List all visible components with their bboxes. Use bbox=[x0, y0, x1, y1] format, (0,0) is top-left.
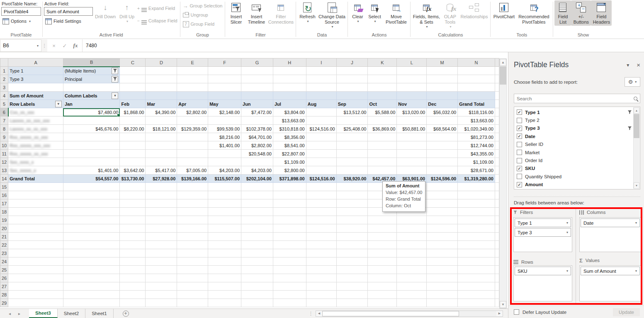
cell-J27[interactable] bbox=[336, 282, 368, 291]
cell-K23[interactable] bbox=[368, 249, 397, 257]
cell-L7[interactable] bbox=[397, 117, 427, 125]
cell-D26[interactable] bbox=[146, 274, 177, 282]
cell-partial-3[interactable] bbox=[495, 83, 499, 92]
cell-J28[interactable] bbox=[336, 291, 368, 299]
field-item-date[interactable]: ✓Date bbox=[517, 132, 632, 140]
cell-G14[interactable]: $202,104.00 bbox=[241, 175, 273, 183]
cell-partial-1[interactable] bbox=[495, 67, 499, 75]
cell-G5[interactable]: Jun bbox=[241, 100, 273, 108]
cell-H27[interactable] bbox=[273, 282, 306, 291]
cell-B11[interactable] bbox=[63, 150, 120, 158]
cell-N6[interactable]: $118,116.00 bbox=[458, 108, 495, 117]
cell-B23[interactable] bbox=[63, 249, 120, 257]
cell-M11[interactable] bbox=[427, 150, 458, 158]
cell-M14[interactable]: $124,596.00 bbox=[427, 175, 458, 183]
sheet-tab-sheet3[interactable]: Sheet3 bbox=[29, 309, 58, 318]
cell-N9[interactable]: $81,273.00 bbox=[458, 133, 495, 141]
cell-B24[interactable] bbox=[63, 257, 120, 266]
cell-A8[interactable]: Laxxxx_xx_xx_xxx bbox=[8, 125, 63, 133]
cell-E27[interactable] bbox=[177, 282, 208, 291]
pane-options-chevron-icon[interactable]: ▾ bbox=[627, 62, 629, 68]
field-item-amount[interactable]: ✓Amount bbox=[517, 181, 632, 189]
cell-F4[interactable] bbox=[208, 92, 241, 100]
cell-C10[interactable] bbox=[120, 141, 146, 150]
cell-H7[interactable]: $13,663.00 bbox=[273, 117, 306, 125]
cell-G16[interactable] bbox=[241, 191, 273, 199]
cell-D13[interactable]: $5,417.00 bbox=[146, 166, 177, 175]
cell-J20[interactable] bbox=[336, 224, 368, 233]
cell-F15[interactable] bbox=[208, 183, 241, 191]
cell-A23[interactable] bbox=[8, 249, 63, 257]
cell-A7[interactable]: Laxxxx_xx_xxx_xxx bbox=[8, 117, 63, 125]
cell-M26[interactable] bbox=[427, 274, 458, 282]
cell-E2[interactable] bbox=[177, 75, 208, 83]
cell-C1[interactable] bbox=[120, 67, 146, 75]
sheet-nav-left-icon[interactable]: ◂ bbox=[9, 311, 11, 316]
cell-I3[interactable] bbox=[306, 83, 336, 92]
cell-E25[interactable] bbox=[177, 266, 208, 274]
cell-J4[interactable] bbox=[336, 92, 368, 100]
applied-filter-icon[interactable] bbox=[112, 68, 118, 74]
cell-partial-5[interactable] bbox=[495, 100, 499, 108]
cell-G12[interactable] bbox=[241, 158, 273, 166]
field-checkbox-seller-id[interactable] bbox=[517, 142, 522, 147]
cell-M15[interactable] bbox=[427, 183, 458, 191]
cell-D7[interactable] bbox=[146, 117, 177, 125]
cell-H19[interactable] bbox=[273, 216, 306, 224]
cell-D11[interactable] bbox=[146, 150, 177, 158]
cell-A25[interactable] bbox=[8, 266, 63, 274]
column-header-A[interactable]: A bbox=[8, 58, 63, 67]
scroll-right-arrow[interactable]: ▶ bbox=[496, 311, 503, 316]
cell-I9[interactable] bbox=[306, 133, 336, 141]
cell-G26[interactable] bbox=[241, 274, 273, 282]
cell-C29[interactable] bbox=[120, 299, 146, 307]
cell-J5[interactable]: Sep bbox=[336, 100, 368, 108]
cell-E21[interactable] bbox=[177, 233, 208, 241]
formula-input[interactable]: 7480 bbox=[83, 39, 644, 52]
columns-area-box[interactable]: Date▾ bbox=[579, 217, 641, 252]
cell-N19[interactable] bbox=[458, 216, 495, 224]
cell-A5[interactable]: Row Labels▾ bbox=[8, 100, 63, 108]
cell-L26[interactable] bbox=[397, 274, 427, 282]
cell-E19[interactable] bbox=[177, 216, 208, 224]
cell-partial-10[interactable] bbox=[495, 141, 499, 150]
cell-J6[interactable]: $13,512.00 bbox=[336, 108, 368, 117]
grid-horizontal-scrollbar[interactable]: ◀ ▶ bbox=[316, 311, 503, 317]
cell-F25[interactable] bbox=[208, 266, 241, 274]
column-header-partial[interactable] bbox=[495, 58, 499, 67]
cell-G11[interactable]: $20,548.00 bbox=[241, 150, 273, 158]
cell-G19[interactable] bbox=[241, 216, 273, 224]
cell-B7[interactable] bbox=[63, 117, 120, 125]
cell-M18[interactable] bbox=[427, 208, 458, 216]
cell-J16[interactable] bbox=[336, 191, 368, 199]
cell-N15[interactable] bbox=[458, 183, 495, 191]
cell-H18[interactable] bbox=[273, 208, 306, 216]
cell-B15[interactable] bbox=[63, 183, 120, 191]
cell-partial-25[interactable] bbox=[495, 266, 499, 274]
column-header-L[interactable]: L bbox=[397, 58, 427, 67]
cell-A1[interactable]: Type 1 bbox=[8, 67, 63, 75]
cell-B5[interactable]: Jan bbox=[63, 100, 120, 108]
field-checkbox-order-id[interactable] bbox=[517, 158, 522, 163]
cell-B9[interactable] bbox=[63, 133, 120, 141]
cell-I18[interactable] bbox=[306, 208, 336, 216]
cell-partial-17[interactable] bbox=[495, 199, 499, 208]
cell-partial-26[interactable] bbox=[495, 274, 499, 282]
scroll-up-arrow[interactable]: ▲ bbox=[500, 59, 506, 66]
column-header-M[interactable]: M bbox=[427, 58, 458, 67]
cell-E5[interactable]: Apr bbox=[177, 100, 208, 108]
cell-A16[interactable] bbox=[8, 191, 63, 199]
cell-F16[interactable] bbox=[208, 191, 241, 199]
cell-F29[interactable] bbox=[208, 299, 241, 307]
cell-H24[interactable] bbox=[273, 257, 306, 266]
cell-L9[interactable] bbox=[397, 133, 427, 141]
cell-H10[interactable]: $8,541.00 bbox=[273, 141, 306, 150]
cell-G25[interactable] bbox=[241, 266, 273, 274]
cell-L2[interactable] bbox=[397, 75, 427, 83]
cell-B13[interactable]: $1,401.00 bbox=[63, 166, 120, 175]
cell-K22[interactable] bbox=[368, 241, 397, 249]
cell-J21[interactable] bbox=[336, 233, 368, 241]
cell-B1[interactable]: (Multiple Items) bbox=[63, 67, 120, 75]
cell-A29[interactable] bbox=[8, 299, 63, 307]
cell-F9[interactable]: $8,216.00 bbox=[208, 133, 241, 141]
